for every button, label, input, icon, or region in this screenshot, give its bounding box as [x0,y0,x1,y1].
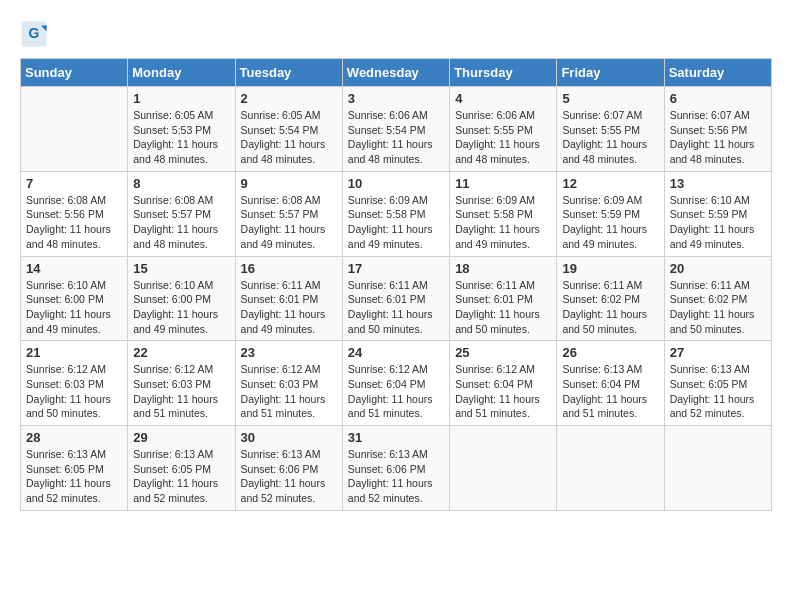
day-info: Sunrise: 6:12 AM Sunset: 6:03 PM Dayligh… [241,362,337,421]
day-number: 22 [133,345,229,360]
calendar-cell: 30Sunrise: 6:13 AM Sunset: 6:06 PM Dayli… [235,426,342,511]
day-info: Sunrise: 6:05 AM Sunset: 5:53 PM Dayligh… [133,108,229,167]
day-header-monday: Monday [128,59,235,87]
svg-text:G: G [29,25,40,41]
day-number: 16 [241,261,337,276]
day-number: 1 [133,91,229,106]
day-number: 9 [241,176,337,191]
day-info: Sunrise: 6:12 AM Sunset: 6:03 PM Dayligh… [133,362,229,421]
day-number: 18 [455,261,551,276]
day-number: 31 [348,430,444,445]
calendar-cell: 15Sunrise: 6:10 AM Sunset: 6:00 PM Dayli… [128,256,235,341]
day-info: Sunrise: 6:11 AM Sunset: 6:02 PM Dayligh… [670,278,766,337]
calendar-cell: 29Sunrise: 6:13 AM Sunset: 6:05 PM Dayli… [128,426,235,511]
day-info: Sunrise: 6:13 AM Sunset: 6:06 PM Dayligh… [348,447,444,506]
day-number: 14 [26,261,122,276]
calendar-table: SundayMondayTuesdayWednesdayThursdayFrid… [20,58,772,511]
day-number: 2 [241,91,337,106]
calendar-cell: 6Sunrise: 6:07 AM Sunset: 5:56 PM Daylig… [664,87,771,172]
day-number: 7 [26,176,122,191]
calendar-cell: 7Sunrise: 6:08 AM Sunset: 5:56 PM Daylig… [21,171,128,256]
calendar-cell: 28Sunrise: 6:13 AM Sunset: 6:05 PM Dayli… [21,426,128,511]
day-info: Sunrise: 6:08 AM Sunset: 5:56 PM Dayligh… [26,193,122,252]
day-number: 20 [670,261,766,276]
calendar-cell: 24Sunrise: 6:12 AM Sunset: 6:04 PM Dayli… [342,341,449,426]
day-info: Sunrise: 6:07 AM Sunset: 5:56 PM Dayligh… [670,108,766,167]
day-number: 29 [133,430,229,445]
calendar-cell: 22Sunrise: 6:12 AM Sunset: 6:03 PM Dayli… [128,341,235,426]
day-header-wednesday: Wednesday [342,59,449,87]
day-number: 6 [670,91,766,106]
day-number: 10 [348,176,444,191]
calendar-cell: 14Sunrise: 6:10 AM Sunset: 6:00 PM Dayli… [21,256,128,341]
day-info: Sunrise: 6:13 AM Sunset: 6:05 PM Dayligh… [133,447,229,506]
day-number: 23 [241,345,337,360]
day-info: Sunrise: 6:08 AM Sunset: 5:57 PM Dayligh… [241,193,337,252]
calendar-week-3: 14Sunrise: 6:10 AM Sunset: 6:00 PM Dayli… [21,256,772,341]
day-info: Sunrise: 6:09 AM Sunset: 5:58 PM Dayligh… [455,193,551,252]
day-number: 5 [562,91,658,106]
day-number: 19 [562,261,658,276]
day-info: Sunrise: 6:06 AM Sunset: 5:54 PM Dayligh… [348,108,444,167]
day-info: Sunrise: 6:12 AM Sunset: 6:04 PM Dayligh… [348,362,444,421]
calendar-cell: 17Sunrise: 6:11 AM Sunset: 6:01 PM Dayli… [342,256,449,341]
calendar-cell: 10Sunrise: 6:09 AM Sunset: 5:58 PM Dayli… [342,171,449,256]
day-info: Sunrise: 6:05 AM Sunset: 5:54 PM Dayligh… [241,108,337,167]
day-info: Sunrise: 6:06 AM Sunset: 5:55 PM Dayligh… [455,108,551,167]
day-number: 11 [455,176,551,191]
day-info: Sunrise: 6:13 AM Sunset: 6:05 PM Dayligh… [670,362,766,421]
day-number: 4 [455,91,551,106]
day-header-sunday: Sunday [21,59,128,87]
day-number: 25 [455,345,551,360]
calendar-header-row: SundayMondayTuesdayWednesdayThursdayFrid… [21,59,772,87]
day-number: 15 [133,261,229,276]
calendar-cell: 19Sunrise: 6:11 AM Sunset: 6:02 PM Dayli… [557,256,664,341]
calendar-cell [450,426,557,511]
day-info: Sunrise: 6:09 AM Sunset: 5:58 PM Dayligh… [348,193,444,252]
calendar-week-5: 28Sunrise: 6:13 AM Sunset: 6:05 PM Dayli… [21,426,772,511]
calendar-cell: 4Sunrise: 6:06 AM Sunset: 5:55 PM Daylig… [450,87,557,172]
calendar-week-2: 7Sunrise: 6:08 AM Sunset: 5:56 PM Daylig… [21,171,772,256]
day-number: 24 [348,345,444,360]
day-header-thursday: Thursday [450,59,557,87]
day-info: Sunrise: 6:13 AM Sunset: 6:05 PM Dayligh… [26,447,122,506]
day-number: 26 [562,345,658,360]
calendar-cell: 8Sunrise: 6:08 AM Sunset: 5:57 PM Daylig… [128,171,235,256]
calendar-cell: 27Sunrise: 6:13 AM Sunset: 6:05 PM Dayli… [664,341,771,426]
calendar-cell [21,87,128,172]
day-info: Sunrise: 6:12 AM Sunset: 6:04 PM Dayligh… [455,362,551,421]
day-info: Sunrise: 6:13 AM Sunset: 6:06 PM Dayligh… [241,447,337,506]
day-info: Sunrise: 6:10 AM Sunset: 6:00 PM Dayligh… [26,278,122,337]
day-info: Sunrise: 6:07 AM Sunset: 5:55 PM Dayligh… [562,108,658,167]
day-number: 8 [133,176,229,191]
day-number: 13 [670,176,766,191]
calendar-cell: 20Sunrise: 6:11 AM Sunset: 6:02 PM Dayli… [664,256,771,341]
day-info: Sunrise: 6:11 AM Sunset: 6:02 PM Dayligh… [562,278,658,337]
calendar-cell: 26Sunrise: 6:13 AM Sunset: 6:04 PM Dayli… [557,341,664,426]
calendar-cell: 11Sunrise: 6:09 AM Sunset: 5:58 PM Dayli… [450,171,557,256]
calendar-cell: 1Sunrise: 6:05 AM Sunset: 5:53 PM Daylig… [128,87,235,172]
day-header-tuesday: Tuesday [235,59,342,87]
day-header-friday: Friday [557,59,664,87]
calendar-week-4: 21Sunrise: 6:12 AM Sunset: 6:03 PM Dayli… [21,341,772,426]
day-info: Sunrise: 6:09 AM Sunset: 5:59 PM Dayligh… [562,193,658,252]
calendar-cell: 3Sunrise: 6:06 AM Sunset: 5:54 PM Daylig… [342,87,449,172]
calendar-cell: 31Sunrise: 6:13 AM Sunset: 6:06 PM Dayli… [342,426,449,511]
calendar-cell: 13Sunrise: 6:10 AM Sunset: 5:59 PM Dayli… [664,171,771,256]
calendar-cell: 5Sunrise: 6:07 AM Sunset: 5:55 PM Daylig… [557,87,664,172]
day-info: Sunrise: 6:08 AM Sunset: 5:57 PM Dayligh… [133,193,229,252]
calendar-cell: 9Sunrise: 6:08 AM Sunset: 5:57 PM Daylig… [235,171,342,256]
day-number: 30 [241,430,337,445]
day-info: Sunrise: 6:12 AM Sunset: 6:03 PM Dayligh… [26,362,122,421]
day-info: Sunrise: 6:11 AM Sunset: 6:01 PM Dayligh… [455,278,551,337]
calendar-cell [557,426,664,511]
logo-icon: G [20,20,48,48]
day-info: Sunrise: 6:10 AM Sunset: 6:00 PM Dayligh… [133,278,229,337]
calendar-cell: 25Sunrise: 6:12 AM Sunset: 6:04 PM Dayli… [450,341,557,426]
day-number: 28 [26,430,122,445]
calendar-week-1: 1Sunrise: 6:05 AM Sunset: 5:53 PM Daylig… [21,87,772,172]
calendar-cell: 23Sunrise: 6:12 AM Sunset: 6:03 PM Dayli… [235,341,342,426]
calendar-cell: 21Sunrise: 6:12 AM Sunset: 6:03 PM Dayli… [21,341,128,426]
day-number: 3 [348,91,444,106]
logo: G [20,20,52,48]
